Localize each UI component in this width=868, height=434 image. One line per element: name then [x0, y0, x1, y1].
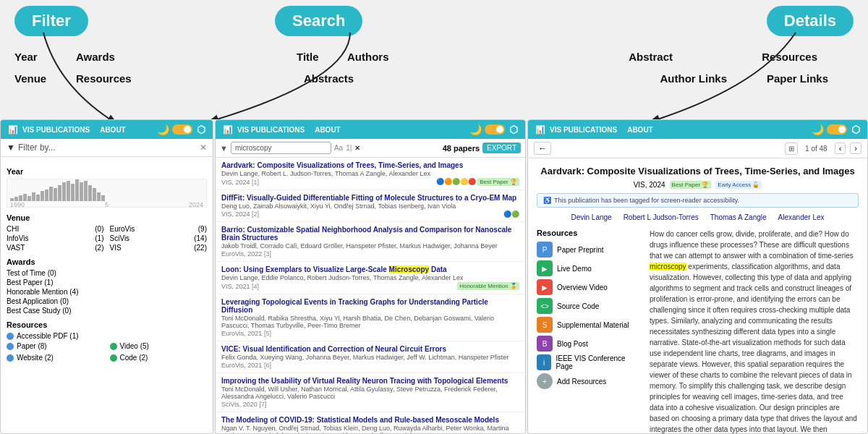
- venue-chi-label: CHI: [7, 225, 19, 233]
- list-item[interactable]: The Modeling of COVID-19: Statistical Mo…: [216, 412, 525, 433]
- list-item[interactable]: Barrio: Customizable Spatial Neighborhoo…: [216, 222, 525, 262]
- export-button[interactable]: EXPORT: [482, 142, 521, 153]
- a11y-icon: ♿: [543, 197, 551, 204]
- resource-paper-label: Paper (8): [17, 342, 47, 350]
- year-5: 5: [105, 201, 109, 208]
- resource-video-label: Video (5): [120, 342, 149, 350]
- venue-infovis[interactable]: InfoVis(1): [7, 234, 104, 242]
- venue-eurovis[interactable]: EuroVis(9): [110, 225, 208, 233]
- paper-venue: VIS, 2021 [4]: [221, 283, 259, 290]
- list-item[interactable]: VICE: Visual Identification and Correcti…: [216, 341, 525, 373]
- badge-best-paper: Best Paper 🏆: [477, 178, 519, 186]
- author-2[interactable]: Robert L Judson-Torres: [624, 213, 699, 221]
- theme-toggle[interactable]: 🌙: [157, 124, 192, 135]
- resource-video[interactable]: ▶ Overview Video: [537, 279, 638, 295]
- prev-button[interactable]: ‹: [835, 142, 846, 154]
- award-best[interactable]: Best Paper (1): [7, 278, 207, 286]
- mid-toggle-switch[interactable]: [485, 124, 505, 135]
- year-bar: [71, 184, 75, 201]
- mid-theme-toggle[interactable]: 🌙: [469, 124, 505, 135]
- year-bar: [23, 194, 27, 201]
- search-bubble: Search: [275, 6, 362, 36]
- resource-blog[interactable]: B Blog Post: [537, 336, 638, 352]
- mid-github-icon[interactable]: ⬡: [509, 124, 518, 135]
- a11y-text: This publication has been tagged for scr…: [554, 197, 739, 204]
- right-toggle-switch[interactable]: [827, 124, 847, 135]
- resource-paper[interactable]: Paper (8): [7, 342, 104, 350]
- list-item[interactable]: Improving the Usability of Virtual Reali…: [216, 373, 525, 412]
- right-nav-vis[interactable]: VIS PUBLICATIONS: [550, 126, 617, 134]
- demo-label: Live Demo: [557, 265, 592, 273]
- resource-pdf[interactable]: Accessible PDF (1): [7, 332, 207, 340]
- ann-awards: Awards: [76, 51, 115, 63]
- venue-vis[interactable]: VIS(22): [110, 244, 208, 252]
- list-item[interactable]: Leveraging Topological Events in Trackin…: [216, 294, 525, 341]
- filter-subheader: ▼ Filter by... ✕: [1, 139, 213, 157]
- toggle-switch[interactable]: [172, 124, 192, 135]
- resource-video[interactable]: Video (5): [110, 342, 208, 350]
- venue-chi[interactable]: CHI(0): [7, 225, 104, 233]
- resource-website[interactable]: Website (2): [7, 354, 104, 362]
- award-list: Test of Time (0) Best Paper (1) Honorabl…: [7, 269, 207, 315]
- right-content: Aardvark: Composite Visualizations of Tr…: [528, 158, 867, 433]
- search-input[interactable]: [231, 142, 331, 154]
- left-panel: 📊 VIS PUBLICATIONS ABOUT 🌙 ⬡ ▼ Filter by…: [0, 119, 213, 434]
- author-1[interactable]: Devin Lange: [571, 213, 611, 221]
- list-item[interactable]: DiffFit: Visually-Guided Differentiable …: [216, 190, 525, 222]
- paper-venue: EuroVis, 2021 [6]: [221, 362, 271, 369]
- paper-meta: EuroVis, 2022 [3]: [221, 250, 519, 258]
- paper-authors: Felix Gonda, Xueying Wang, Johanna Beyer…: [221, 354, 519, 361]
- year-min: 1990: [10, 201, 25, 208]
- authors-row: Devin Lange Robert L Judson-Torres Thoma…: [537, 213, 859, 221]
- back-button[interactable]: ←: [534, 142, 551, 155]
- mid-nav-about[interactable]: ABOUT: [315, 126, 341, 134]
- award-casestudy[interactable]: Best Case Study (0): [7, 307, 207, 315]
- year-bar: [62, 182, 66, 201]
- resource-pdf-dot: [7, 333, 14, 340]
- preprint-icon: P: [537, 242, 553, 258]
- year-bar: [27, 196, 31, 201]
- video-label: Overview Video: [557, 284, 608, 292]
- right-theme-toggle[interactable]: 🌙: [812, 124, 847, 135]
- ann-paper-links: Paper Links: [767, 72, 828, 85]
- resource-code[interactable]: Code (2): [110, 354, 208, 362]
- filter-bubble: Filter: [14, 6, 88, 36]
- filter-clear[interactable]: ✕: [200, 142, 207, 153]
- author-4[interactable]: Alexander Lex: [778, 213, 825, 221]
- year-slider[interactable]: 1990 5 2024: [7, 179, 207, 208]
- list-item[interactable]: Aardvark: Composite Visualizations of Tr…: [216, 158, 525, 190]
- left-nav-vis[interactable]: VIS PUBLICATIONS: [22, 126, 90, 134]
- resource-code[interactable]: <> Source Code: [537, 298, 638, 314]
- right-nav-about[interactable]: ABOUT: [627, 126, 653, 134]
- detail-venue: VIS, 2024: [634, 181, 665, 189]
- detail-paper-title: Aardvark: Composite Visualizations of Tr…: [537, 166, 859, 176]
- code-label: Source Code: [557, 302, 599, 310]
- right-github-icon[interactable]: ⬡: [851, 124, 860, 135]
- search-clear-btn[interactable]: ✕: [354, 144, 360, 152]
- grid-view-icon[interactable]: ⊞: [785, 142, 798, 155]
- resource-preprint[interactable]: P Paper Preprint: [537, 242, 638, 258]
- author-3[interactable]: Thomas A Zangle: [710, 213, 767, 221]
- resource-supp[interactable]: S Supplemental Material: [537, 317, 638, 333]
- github-icon[interactable]: ⬡: [197, 124, 205, 135]
- ann-abstracts: Abstracts: [304, 72, 354, 85]
- resource-video-dot: [110, 343, 117, 350]
- next-button[interactable]: ›: [850, 142, 861, 154]
- resource-ieee[interactable]: i IEEE VIS Conference Page: [537, 354, 638, 370]
- mid-nav-vis[interactable]: VIS PUBLICATIONS: [237, 126, 305, 134]
- search-size-indicator: Aa: [334, 144, 343, 152]
- award-honorable[interactable]: Honorable Mention (4): [7, 288, 207, 296]
- venue-vast[interactable]: VAST(2): [7, 244, 104, 252]
- year-bar: [75, 179, 79, 201]
- award-application[interactable]: Best Application (0): [7, 297, 207, 305]
- list-item[interactable]: Loon: Using Exemplars to Visualize Large…: [216, 262, 525, 294]
- ann-resources-left: Resources: [76, 72, 132, 85]
- resource-demo[interactable]: ▶ Live Demo: [537, 260, 638, 276]
- left-nav-about[interactable]: ABOUT: [100, 126, 126, 134]
- award-tot[interactable]: Test of Time (0): [7, 269, 207, 277]
- venue-scivis[interactable]: SciVis(14): [110, 234, 208, 242]
- resource-website-dot: [7, 354, 14, 362]
- paper-authors: Toni McDonald, Will Usher, Nathan Morric…: [221, 386, 519, 400]
- right-nav-bar: ← ⊞ 1 of 48 ‹ ›: [528, 139, 867, 158]
- resource-add[interactable]: + Add Resources: [537, 373, 638, 389]
